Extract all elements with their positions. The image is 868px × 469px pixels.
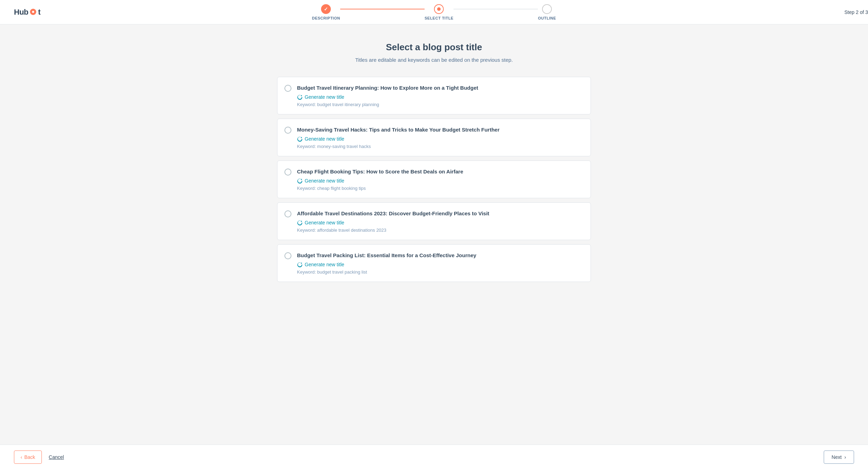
generate-label-1: Generate new title [305,136,344,142]
next-label: Next [832,454,842,460]
refresh-icon-0 [297,94,303,100]
title-list: Budget Travel Itinerary Planning: How to… [277,77,591,286]
refresh-icon-2 [297,178,303,184]
title-content-4: Budget Travel Packing List: Essential It… [297,252,582,275]
logo: Hub t [14,8,40,17]
title-card[interactable]: Affordable Travel Destinations 2023: Dis… [277,202,591,240]
refresh-icon-1 [297,136,303,142]
refresh-icon-4 [297,262,303,267]
step-outline: OUTLINE [538,4,556,20]
title-card[interactable]: Budget Travel Itinerary Planning: How to… [277,77,591,114]
cancel-button[interactable]: Cancel [49,454,64,460]
footer-left: ‹ Back Cancel [14,451,64,464]
title-content-1: Money-Saving Travel Hacks: Tips and Tric… [297,126,582,149]
active-dot-icon [437,7,441,11]
title-text-1: Money-Saving Travel Hacks: Tips and Tric… [297,126,582,133]
keyword-text-1: Keyword: money-saving travel hacks [297,144,582,149]
step-counter: Step 2 of 3 [844,9,868,15]
radio-button-4[interactable] [284,252,291,259]
title-text-4: Budget Travel Packing List: Essential It… [297,252,582,259]
generate-link-2[interactable]: Generate new title [297,178,344,184]
page-subtitle: Titles are editable and keywords can be … [355,57,513,63]
stepper: ✓ DESCRIPTION SELECT TITLE OUTLINE [312,4,556,20]
refresh-icon-3 [297,220,303,225]
logo-dot-icon [30,9,36,15]
generate-link-3[interactable]: Generate new title [297,220,344,225]
generate-label-4: Generate new title [305,262,344,267]
step-description: ✓ DESCRIPTION [312,4,340,20]
keyword-text-0: Keyword: budget travel itinerary plannin… [297,102,582,107]
footer: ‹ Back Cancel Next › [0,445,868,469]
logo-text-2: t [38,8,40,17]
keyword-text-4: Keyword: budget travel packing list [297,269,582,275]
generate-link-4[interactable]: Generate new title [297,262,344,267]
generate-label-0: Generate new title [305,94,344,100]
back-chevron-icon: ‹ [21,454,22,460]
connector-1 [340,9,425,9]
step-2-label: SELECT TITLE [425,16,454,20]
step-3-circle [542,4,552,14]
generate-link-1[interactable]: Generate new title [297,136,344,142]
generate-link-0[interactable]: Generate new title [297,94,344,100]
logo-text: Hub [14,8,28,17]
back-button[interactable]: ‹ Back [14,451,42,464]
radio-button-1[interactable] [284,127,291,134]
step-3-label: OUTLINE [538,16,556,20]
title-text-0: Budget Travel Itinerary Planning: How to… [297,84,582,91]
step-1-circle: ✓ [321,4,331,14]
footer-right: Next › [824,451,854,464]
title-content-0: Budget Travel Itinerary Planning: How to… [297,84,582,107]
generate-label-3: Generate new title [305,220,344,225]
title-content-3: Affordable Travel Destinations 2023: Dis… [297,210,582,233]
radio-button-0[interactable] [284,85,291,92]
radio-button-3[interactable] [284,210,291,217]
generate-label-2: Generate new title [305,178,344,184]
step-select-title: SELECT TITLE [425,4,454,20]
title-content-2: Cheap Flight Booking Tips: How to Score … [297,168,582,191]
step-1-label: DESCRIPTION [312,16,340,20]
title-card[interactable]: Budget Travel Packing List: Essential It… [277,244,591,282]
main-content: Select a blog post title Titles are edit… [0,24,868,469]
title-card[interactable]: Money-Saving Travel Hacks: Tips and Tric… [277,119,591,156]
radio-button-2[interactable] [284,169,291,176]
step-2-circle [434,4,444,14]
title-text-2: Cheap Flight Booking Tips: How to Score … [297,168,582,175]
back-label: Back [24,454,35,460]
title-text-3: Affordable Travel Destinations 2023: Dis… [297,210,582,217]
next-button[interactable]: Next › [824,451,854,464]
next-chevron-icon: › [844,454,846,460]
check-icon: ✓ [324,6,328,12]
page-title: Select a blog post title [386,42,482,53]
connector-2 [454,9,538,9]
keyword-text-3: Keyword: affordable travel destinations … [297,228,582,233]
title-card[interactable]: Cheap Flight Booking Tips: How to Score … [277,161,591,198]
keyword-text-2: Keyword: cheap flight booking tips [297,186,582,191]
header: Hub t ✓ DESCRIPTION SELE [0,0,868,24]
